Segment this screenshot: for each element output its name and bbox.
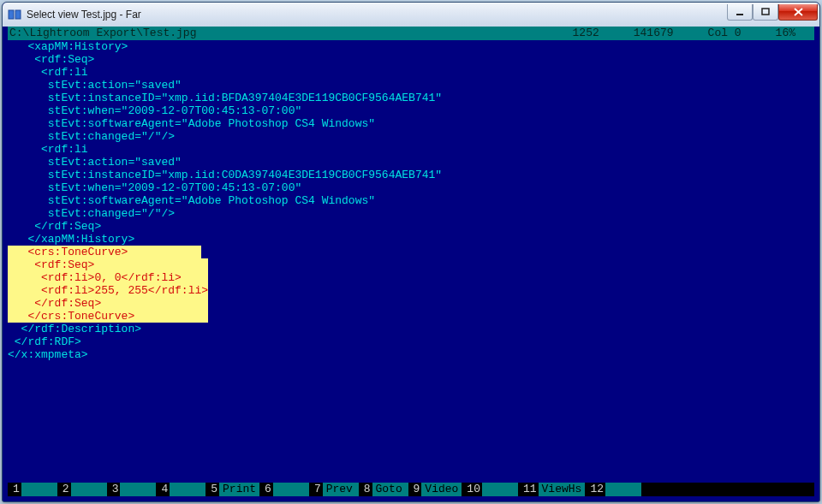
fkey-2[interactable]: 2 xyxy=(57,483,107,496)
fkey-label: Prev xyxy=(323,483,359,496)
fkey-number: 7 xyxy=(309,483,323,496)
code-line: </x:xmpmeta> xyxy=(8,348,814,361)
fkey-number: 6 xyxy=(259,483,273,496)
fkey-label: ViewHs xyxy=(539,483,586,496)
fkey-number: 2 xyxy=(57,483,71,496)
client-area: C:\Lightroom Export\Test.jpg 1252 141679… xyxy=(8,27,814,496)
fkey-number: 11 xyxy=(518,483,539,496)
fkey-9[interactable]: 9Video xyxy=(408,483,462,496)
status-val-1: 1252 xyxy=(573,27,599,40)
fkey-label xyxy=(605,483,641,496)
fkey-label xyxy=(482,483,518,496)
code-line: <rdf:li xyxy=(8,66,814,79)
fkey-number: 12 xyxy=(585,483,605,496)
caption-buttons xyxy=(727,4,818,21)
window-frame: Select view Test.jpg - Far C:\Lightroom … xyxy=(2,2,820,502)
fkey-number: 3 xyxy=(107,483,121,496)
code-line: stEvt:softwareAgent="Adobe Photoshop CS4… xyxy=(8,194,814,207)
code-line: stEvt:when="2009-12-07T00:45:13-07:00" xyxy=(8,181,814,194)
fkey-11[interactable]: 11ViewHs xyxy=(518,483,585,496)
fkey-6[interactable]: 6 xyxy=(259,483,309,496)
code-line: </rdf:Seq> xyxy=(8,220,814,233)
fkey-4[interactable]: 4 xyxy=(156,483,206,496)
fkey-number: 1 xyxy=(8,483,21,496)
code-line: stEvt:action="saved" xyxy=(8,156,814,169)
close-button[interactable] xyxy=(778,4,818,21)
code-line: stEvt:instanceID="xmp.iid:BFDA397404E3DE… xyxy=(8,92,814,104)
code-line: <xapMM:History> xyxy=(8,40,814,53)
code-line: <rdf:li>0, 0</rdf:li> xyxy=(8,271,814,284)
code-line: <rdf:Seq> xyxy=(8,53,814,66)
fkey-label xyxy=(21,483,57,496)
svg-rect-2 xyxy=(736,14,743,15)
fkey-label xyxy=(71,483,107,496)
code-line: </xapMM:History> xyxy=(8,233,814,246)
code-line: stEvt:changed="/"/> xyxy=(8,207,814,220)
code-line: <rdf:li>255, 255</rdf:li> xyxy=(8,284,814,297)
fkey-label: Video xyxy=(421,483,462,496)
code-line: </rdf:Description> xyxy=(8,323,814,335)
code-line: </rdf:RDF> xyxy=(8,335,814,348)
svg-rect-3 xyxy=(762,9,769,15)
fkey-label: Print xyxy=(219,483,259,496)
svg-rect-0 xyxy=(9,10,14,19)
fkey-label xyxy=(170,483,206,496)
fkey-label xyxy=(120,483,156,496)
code-line: stEvt:changed="/"/> xyxy=(8,130,814,143)
window-title: Select view Test.jpg - Far xyxy=(27,9,727,21)
code-line: <rdf:Seq> xyxy=(8,258,814,271)
fkey-number: 10 xyxy=(462,483,482,496)
code-line: stEvt:action="saved" xyxy=(8,79,814,92)
code-line: stEvt:instanceID="xmp.iid:C0DA397404E3DE… xyxy=(8,169,814,181)
fkey-8[interactable]: 8Goto xyxy=(359,483,408,496)
code-line: stEvt:when="2009-12-07T00:45:13-07:00" xyxy=(8,104,814,117)
svg-rect-1 xyxy=(15,10,21,19)
fkey-10[interactable]: 10 xyxy=(462,483,518,496)
fkey-label xyxy=(273,483,309,496)
fkey-5[interactable]: 5Print xyxy=(206,483,259,496)
fkey-number: 4 xyxy=(156,483,170,496)
minimize-button[interactable] xyxy=(727,4,753,21)
fkey-label: Goto xyxy=(372,483,408,496)
status-val-4: 16% xyxy=(776,27,795,40)
fkey-7[interactable]: 7Prev xyxy=(309,483,359,496)
fkey-number: 9 xyxy=(408,483,422,496)
maximize-button[interactable] xyxy=(753,4,778,21)
status-val-3: Col 0 xyxy=(708,27,742,40)
status-bar-top: C:\Lightroom Export\Test.jpg 1252 141679… xyxy=(8,27,814,40)
app-icon xyxy=(8,8,21,21)
status-path: C:\Lightroom Export\Test.jpg xyxy=(8,27,573,40)
code-line: </rdf:Seq> xyxy=(8,297,814,310)
code-line: <rdf:li xyxy=(8,143,814,156)
code-line: </crs:ToneCurve> xyxy=(8,310,814,323)
fkey-3[interactable]: 3 xyxy=(107,483,157,496)
code-line: <crs:ToneCurve> xyxy=(8,246,814,258)
fkey-1[interactable]: 1 xyxy=(8,483,57,496)
fkey-12[interactable]: 12 xyxy=(585,483,641,496)
titlebar[interactable]: Select view Test.jpg - Far xyxy=(3,3,819,27)
code-line: stEvt:softwareAgent="Adobe Photoshop CS4… xyxy=(8,117,814,130)
function-key-bar: 12345Print67Prev8Goto9Video1011ViewHs12 xyxy=(8,483,814,496)
status-val-2: 141679 xyxy=(634,27,674,40)
fkey-number: 8 xyxy=(359,483,372,496)
code-view[interactable]: <xapMM:History> <rdf:Seq> <rdf:li stEvt:… xyxy=(8,40,814,483)
fkey-number: 5 xyxy=(206,483,219,496)
